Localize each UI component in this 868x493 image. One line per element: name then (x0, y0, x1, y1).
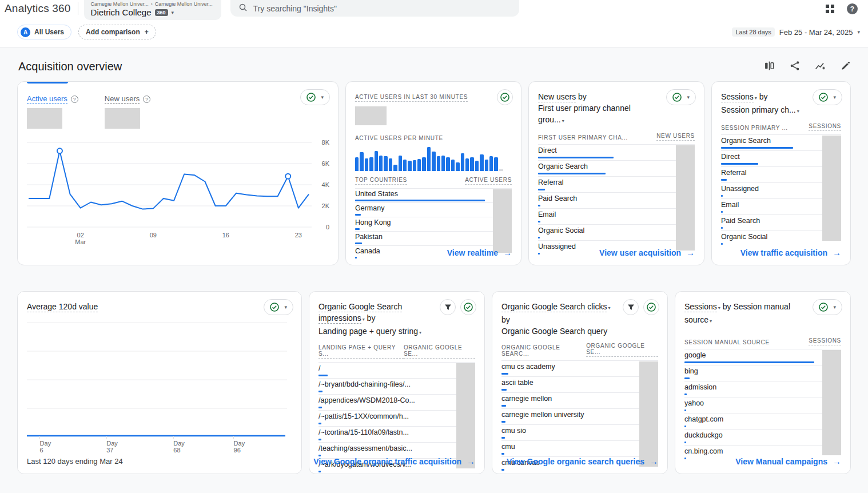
data-quality-dropdown[interactable]: ▾ (264, 299, 293, 315)
row-bar (684, 409, 686, 411)
data-quality-dropdown[interactable]: ▾ (300, 89, 330, 105)
y-axis-label: 6K (322, 160, 330, 167)
view-manual-campaigns-link[interactable]: View Manual campaigns→ (735, 456, 841, 466)
help-icon[interactable]: ? (143, 96, 150, 103)
search-input[interactable] (253, 4, 511, 13)
minute-bar (480, 154, 483, 171)
data-quality-dropdown[interactable]: ▾ (666, 89, 696, 105)
chevron-down-icon: ▾ (284, 304, 287, 310)
row-bar (538, 221, 540, 222)
data-quality-button[interactable] (643, 299, 659, 315)
metric-selector[interactable]: Sessions (684, 302, 717, 312)
view-realtime-link[interactable]: View realtime→ (447, 248, 512, 257)
row-label: cn.bing.com (684, 447, 841, 456)
edit-report-icon[interactable] (841, 61, 851, 73)
minute-bar (451, 160, 455, 171)
tab-label: Active users (27, 94, 67, 104)
list-item: Organic Search (538, 160, 695, 176)
page-title: Acquisition overview (18, 60, 122, 73)
row-label: Email (538, 210, 695, 219)
view-traffic-acquisition-link[interactable]: View traffic acquisition→ (740, 248, 841, 257)
x-axis-sublabel: 6 (40, 447, 43, 453)
metric-selector[interactable]: Sessions (721, 92, 754, 102)
list-item: carnegie mellon university (501, 408, 658, 424)
data-point-marker (285, 174, 290, 179)
minute-bar (360, 152, 363, 171)
minute-bar (413, 160, 416, 171)
list-item: /appendices/WSDM2018-Co... (318, 394, 475, 410)
view-google-organic-queries-link[interactable]: View Google organic search queries→ (507, 456, 658, 466)
help-icon[interactable]: ? (71, 96, 78, 103)
row-bar (684, 377, 690, 379)
row-bar (501, 421, 505, 423)
row-bar (684, 458, 686, 459)
data-quality-check-icon (464, 303, 473, 312)
date-range-picker[interactable]: Last 28 days Feb 25 - Mar 24, 2025 ▾ (732, 27, 860, 37)
search-icon (238, 3, 248, 14)
row-label: ascii table (501, 379, 658, 387)
row-label: duckduckgo (684, 431, 841, 440)
data-quality-check-icon (270, 303, 279, 312)
date-range-value: Feb 25 - Mar 24, 2025 (779, 28, 853, 37)
row-label: Organic Search (538, 162, 695, 171)
channel-list: Organic SearchDirectReferralUnassignedEm… (721, 134, 841, 247)
minute-bar (432, 152, 435, 171)
minute-bar (446, 157, 449, 171)
apps-grid-icon[interactable] (826, 5, 834, 13)
search-bar[interactable] (230, 0, 519, 17)
tab-active-users[interactable]: Active users? (27, 94, 78, 129)
segment-chip-all-users[interactable]: A All Users (17, 25, 71, 39)
trend-line (29, 151, 309, 209)
chevron-down-icon: ▾ (172, 10, 174, 15)
data-quality-button[interactable] (497, 89, 513, 105)
chevron-down-icon: ▾ (797, 109, 799, 114)
dimension-selector[interactable]: First user primary channel grou... (538, 104, 631, 124)
view-google-organic-traffic-link[interactable]: View Google organic traffic acquisition→ (313, 456, 475, 466)
data-quality-dropdown[interactable]: ▾ (813, 299, 842, 315)
current-minute-bar (499, 169, 503, 171)
account-property-switcher[interactable]: Carnegie Mellon Univer... › Carnegie Mel… (84, 0, 221, 20)
list-item: admission (684, 381, 841, 397)
view-user-acquisition-link[interactable]: View user acquisition→ (599, 248, 695, 257)
per-minute-label: ACTIVE USERS PER MINUTE (355, 135, 512, 141)
redacted-value-column (456, 363, 475, 468)
filter-button[interactable] (440, 299, 456, 315)
metric-selector[interactable]: Organic Google Search impressions (318, 302, 402, 324)
share-icon[interactable] (790, 61, 800, 73)
metric-selector[interactable]: Organic Google Search clicks (501, 302, 607, 312)
arrow-right-icon: → (833, 248, 841, 257)
add-comparison-button[interactable]: Add comparison + (78, 25, 156, 39)
filter-button[interactable] (623, 299, 639, 315)
minute-bar (384, 156, 387, 171)
x-axis-label: Day (40, 440, 51, 447)
list-item: cmu cs academy (501, 360, 658, 376)
edit-comparison-icon[interactable] (764, 61, 775, 73)
minute-bar (408, 161, 411, 171)
metric-selector[interactable]: Average 120d value (27, 302, 98, 312)
minute-bar (441, 156, 445, 171)
active-users-per-minute-chart (355, 146, 512, 171)
data-quality-check-icon (500, 93, 509, 102)
row-bar (684, 393, 687, 395)
help-icon[interactable]: ? (847, 3, 858, 14)
metric-selector[interactable]: New users (538, 92, 576, 102)
row-label: Direct (538, 146, 695, 155)
comparison-toolbar: A All Users Add comparison + Last 28 day… (0, 17, 868, 47)
arrow-right-icon: → (686, 248, 695, 257)
dimension-selector[interactable]: Landing page + query string (318, 327, 418, 336)
data-quality-dropdown[interactable]: ▾ (813, 89, 842, 105)
manual-source-list: googlebingadmissionyahoochatgpt.comduckd… (684, 349, 841, 461)
minute-bar (475, 161, 479, 171)
insights-icon[interactable] (815, 61, 826, 73)
row-bar (721, 163, 758, 165)
arrow-right-icon: → (650, 456, 658, 466)
row-label: bing (684, 367, 841, 376)
list-item: Germany (355, 202, 512, 216)
tab-new-users[interactable]: New users? (105, 94, 150, 129)
row-label: Pakistan (355, 233, 512, 241)
dimension-selector[interactable]: Session primary ch... (721, 105, 796, 114)
data-quality-button[interactable] (460, 299, 476, 315)
minute-bar (422, 157, 425, 171)
row-bar (721, 195, 723, 197)
list-item: Pakistan (355, 231, 512, 244)
